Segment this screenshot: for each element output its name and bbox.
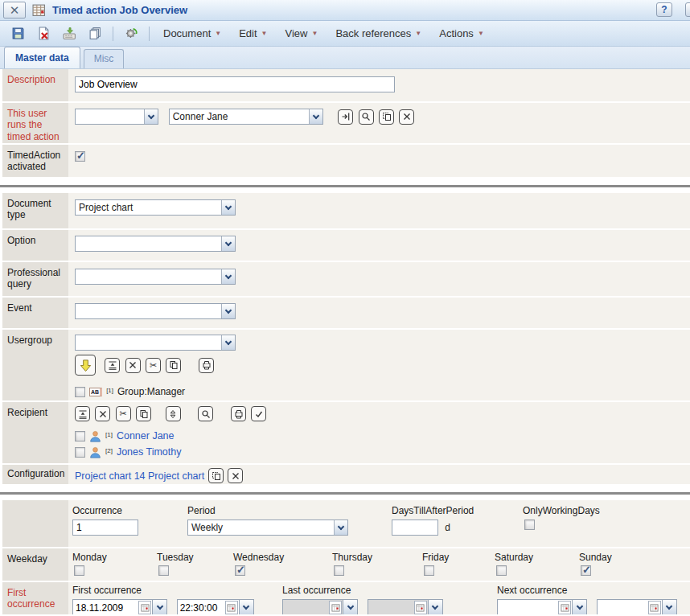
chevron-down-icon[interactable] [309, 109, 322, 124]
period-group: Period Weekly [187, 505, 348, 536]
calendar-icon[interactable] [558, 601, 571, 614]
keyboard-import-button[interactable] [59, 24, 80, 43]
event-select[interactable] [75, 303, 236, 319]
select-all-icon[interactable] [75, 406, 90, 421]
recipient-link[interactable]: Jones Timothy [117, 446, 182, 458]
row-timed-action: TimedAction activated [0, 145, 690, 179]
last-occurrence-group: Last occurrence [282, 585, 443, 614]
select-all-icon[interactable] [105, 358, 120, 373]
next-occurrence-time-input[interactable] [598, 601, 647, 614]
print-icon[interactable] [231, 406, 246, 421]
usergroup-entry-checkbox[interactable] [75, 387, 85, 397]
copy-icon[interactable] [166, 358, 181, 373]
calendar-icon[interactable] [329, 601, 342, 614]
close-button[interactable]: ✕ [3, 2, 26, 18]
weekday-checkbox-thursday[interactable] [334, 565, 344, 576]
chevron-down-icon[interactable] [221, 335, 235, 350]
only-working-days-checkbox[interactable] [524, 519, 535, 530]
weekday-checkbox-saturday[interactable] [496, 565, 507, 576]
option-select[interactable] [75, 236, 236, 252]
chevron-down-icon: ▼ [261, 30, 268, 37]
chevron-down-icon[interactable] [343, 599, 358, 614]
document-type-select[interactable]: Project chart [75, 199, 236, 216]
description-input[interactable] [75, 76, 395, 92]
field-label: Event [2, 298, 68, 328]
menu-document[interactable]: Document▼ [163, 27, 221, 39]
copy-icon[interactable] [136, 406, 151, 421]
recipient-checkbox[interactable] [75, 447, 85, 458]
calendar-icon[interactable] [414, 601, 427, 614]
chevron-down-icon[interactable] [240, 599, 254, 614]
tab-master-data[interactable]: Master data [4, 47, 80, 68]
run-user-select[interactable]: Conner Jane [169, 109, 323, 125]
period-select[interactable]: Weekly [187, 519, 348, 536]
weekday-checkbox-monday[interactable] [74, 565, 84, 576]
help-button[interactable]: ? [656, 2, 672, 17]
row-usergroup: Usergroup ✂ AB [1] Group: [0, 330, 690, 402]
next-occurrence-date-input[interactable] [498, 601, 557, 614]
last-occurrence-date-input [283, 601, 328, 614]
chevron-down-icon[interactable] [144, 109, 158, 124]
paste-pages-icon[interactable] [208, 468, 224, 483]
weekday-checkbox-wednesday[interactable] [235, 565, 245, 576]
chevron-down-icon[interactable] [153, 599, 167, 614]
weekday-checkbox-tuesday[interactable] [158, 565, 169, 576]
print-icon[interactable] [199, 358, 214, 373]
search-icon[interactable] [198, 406, 213, 421]
occurrence-input[interactable] [72, 519, 138, 536]
configuration-link[interactable]: Project chart 14 Project chart [75, 470, 204, 482]
weekday-checkbox-friday[interactable] [424, 565, 434, 576]
chevron-down-icon[interactable] [334, 520, 347, 535]
clear-icon[interactable] [399, 109, 414, 125]
chevron-down-icon[interactable] [221, 236, 235, 251]
gear-refresh-button[interactable] [121, 24, 142, 43]
chevron-down-icon[interactable] [663, 599, 677, 614]
first-occurrence-date-input[interactable] [73, 601, 138, 614]
search-icon[interactable] [359, 109, 374, 125]
timed-action-checkbox[interactable] [75, 151, 85, 162]
toolbar-separator [149, 27, 150, 41]
paste-pages-icon[interactable] [379, 109, 394, 125]
goto-icon[interactable] [338, 109, 353, 125]
save-button[interactable] [7, 24, 28, 43]
clear-icon[interactable] [125, 358, 141, 373]
days-till-input[interactable] [392, 519, 438, 536]
gear-refresh-icon [125, 27, 138, 40]
weekday-checkbox-sunday[interactable] [581, 565, 591, 576]
menu-back-references[interactable]: Back references▼ [335, 27, 421, 39]
check-icon[interactable] [251, 406, 266, 421]
menu-edit[interactable]: Edit▼ [239, 27, 267, 39]
cut-icon[interactable]: ✂ [146, 358, 161, 373]
copy-pages-button[interactable] [84, 24, 105, 43]
calendar-icon[interactable] [138, 601, 151, 614]
recipient-link[interactable]: Conner Jane [117, 430, 175, 441]
professional-query-select[interactable] [75, 269, 236, 285]
menu-actions[interactable]: Actions▼ [439, 27, 484, 39]
row-description: Description [0, 69, 690, 103]
insert-arrow-button[interactable] [75, 355, 96, 376]
clear-icon[interactable] [95, 406, 110, 421]
sort-icon[interactable] [166, 406, 181, 421]
calendar-icon[interactable] [225, 601, 238, 614]
entry-index: [1] [106, 387, 113, 394]
chevron-down-icon[interactable] [429, 599, 443, 614]
cut-icon[interactable]: ✂ [116, 406, 131, 421]
chevron-down-icon[interactable] [221, 304, 235, 318]
save-icon [11, 27, 25, 40]
calendar-icon[interactable] [648, 601, 661, 614]
chevron-down-icon[interactable] [221, 269, 235, 284]
run-user-type-select[interactable] [75, 109, 158, 125]
chevron-down-icon[interactable] [573, 599, 587, 614]
partial-button[interactable] [685, 2, 690, 17]
delete-document-button[interactable] [33, 24, 54, 43]
tab-misc[interactable]: Misc [84, 49, 125, 68]
clear-icon[interactable] [228, 468, 243, 483]
copy-pages-icon [88, 27, 102, 40]
recipient-checkbox[interactable] [75, 431, 85, 441]
chevron-down-icon[interactable] [221, 200, 235, 215]
menu-view[interactable]: View▼ [285, 27, 318, 39]
usergroup-select[interactable] [75, 335, 236, 351]
first-occurrence-time-input[interactable] [178, 601, 224, 614]
insert-arrow-icon [79, 359, 92, 372]
title-bar: ✕ Timed action Job Overview ? [0, 0, 690, 21]
